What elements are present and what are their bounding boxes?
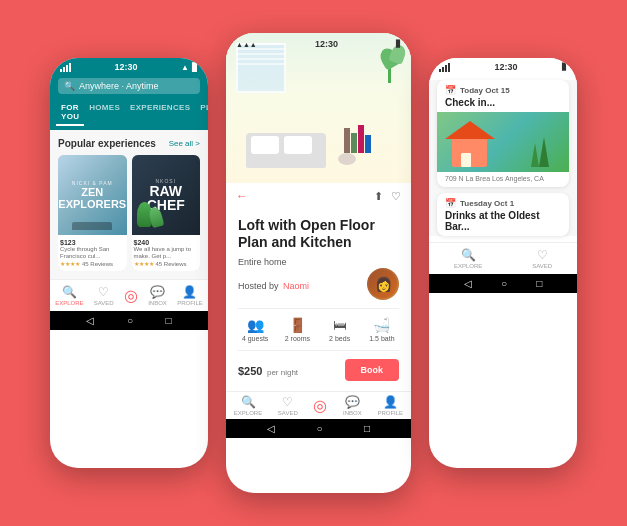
- center-battery: ▊: [396, 40, 401, 48]
- trip-title-2: Drinks at the Oldest Bar...: [437, 210, 569, 236]
- trip-date-1: 📅 Today Oct 15: [437, 80, 569, 97]
- experience-card-rawchef[interactable]: NKOSI RAWCHEF $240 We all have a jump to…: [132, 155, 201, 271]
- nav-inbox[interactable]: 💬 INBOX: [148, 285, 167, 306]
- recent-hardware-btn[interactable]: □: [166, 315, 172, 326]
- airbnb-icon: ◎: [124, 286, 138, 305]
- experience-card-zen[interactable]: NICKI & PAM ZENEXPLORERS $123 Cycle thro…: [58, 155, 127, 271]
- rawchef-stars: ★★★★: [134, 260, 154, 267]
- center-nav-profile[interactable]: 👤 PROFILE: [377, 395, 403, 416]
- bedroom-scene: [226, 33, 411, 183]
- tab-experiences[interactable]: EXPERIENCES: [125, 100, 195, 126]
- see-all-link[interactable]: See all >: [169, 139, 200, 148]
- center-saved-icon: ♡: [282, 395, 293, 409]
- right-battery: ▊: [562, 63, 567, 71]
- trip-date-2: 📅 Tuesday Oct 1: [437, 193, 569, 210]
- center-signal-bars: ▲▲▲: [236, 41, 257, 48]
- trip-item-2[interactable]: 📅 Tuesday Oct 1 Drinks at the Oldest Bar…: [437, 193, 569, 236]
- phone-right: 12:30 ▊ 📅 Today Oct 15 Check in...: [429, 58, 577, 468]
- section-title: Popular experiences: [58, 138, 156, 149]
- right-nav-explore[interactable]: 🔍 EXPLORE: [454, 248, 482, 269]
- amenity-guests: 👥 4 guests: [238, 317, 272, 342]
- house-roof: [445, 121, 495, 139]
- trip-item-1[interactable]: 📅 Today Oct 15 Check in... 709 N La Brea…: [437, 80, 569, 187]
- right-main-content: 📅 Today Oct 15 Check in... 709 N La Brea…: [429, 80, 577, 236]
- center-recent-btn[interactable]: □: [364, 423, 370, 434]
- saved-icon: ♡: [98, 285, 109, 299]
- nav-saved[interactable]: ♡ SAVED: [94, 285, 114, 306]
- right-time: 12:30: [494, 62, 517, 72]
- phone-left: 12:30 ▲ ▊ 🔍 Anywhere · Anytime FOR YOU H…: [50, 58, 208, 468]
- pillow-right: [284, 136, 312, 154]
- explore-label: EXPLORE: [55, 300, 83, 306]
- nav-tabs: FOR YOU HOMES EXPERIENCES PLACES: [50, 100, 208, 130]
- zen-reviews: 45 Reviews: [82, 261, 113, 267]
- nav-profile[interactable]: 👤 PROFILE: [177, 285, 203, 306]
- center-home-btn[interactable]: ○: [316, 423, 322, 434]
- right-signal: [439, 63, 450, 72]
- listing-actions: ⬆ ♡: [374, 190, 401, 203]
- wifi-icon: ▲: [181, 63, 189, 72]
- search-bar[interactable]: 🔍 Anywhere · Anytime: [50, 74, 208, 100]
- tab-for-you[interactable]: FOR YOU: [56, 100, 84, 126]
- host-avatar: 👩: [367, 268, 399, 300]
- book-button[interactable]: Book: [345, 359, 400, 381]
- nav-explore[interactable]: 🔍 EXPLORE: [55, 285, 83, 306]
- bath-label: 1.5 bath: [369, 335, 394, 342]
- tab-homes[interactable]: HOMES: [84, 100, 125, 126]
- favorite-button[interactable]: ♡: [391, 190, 401, 203]
- status-time: 12:30: [115, 62, 138, 72]
- pillow-left: [251, 136, 279, 154]
- inbox-icon: 💬: [150, 285, 165, 299]
- right-status-bar: 12:30 ▊: [429, 58, 577, 74]
- right-explore-icon: 🔍: [461, 248, 476, 262]
- plant-shape: [388, 53, 391, 83]
- battery-icon: ▊: [192, 63, 198, 72]
- listing-details: Loft with Open Floor Plan and Kitchen En…: [226, 207, 411, 391]
- home-hardware-btn[interactable]: ○: [127, 315, 133, 326]
- search-icon: 🔍: [64, 81, 75, 91]
- price-period: per night: [267, 368, 298, 377]
- rawchef-reviews: 45 Reviews: [156, 261, 187, 267]
- saved-label: SAVED: [94, 300, 114, 306]
- right-recent-btn[interactable]: □: [536, 278, 542, 289]
- left-main-content: Popular experiences See all > NICKI & PA…: [50, 130, 208, 279]
- trip-image-1: [437, 112, 569, 172]
- rawchef-price: $240: [134, 239, 199, 246]
- left-home-bar: ◁ ○ □: [50, 311, 208, 330]
- tab-places[interactable]: PLACES: [195, 100, 208, 126]
- center-nav-explore[interactable]: 🔍 EXPLORE: [234, 395, 262, 416]
- amenity-beds: 🛏 2 beds: [323, 317, 357, 342]
- center-nav-saved[interactable]: ♡ SAVED: [278, 395, 298, 416]
- center-top: ▲▲▲ 12:30 ▊ ← ⬆ ♡: [226, 33, 411, 207]
- zen-rating: ★★★★ 45 Reviews: [60, 260, 125, 267]
- right-home-bar: ◁ ○ □: [429, 274, 577, 293]
- back-hardware-btn[interactable]: ◁: [86, 315, 94, 326]
- host-row: Hosted by Naomi 👩: [238, 268, 399, 300]
- center-profile-label: PROFILE: [377, 410, 403, 416]
- search-placeholder: Anywhere · Anytime: [79, 81, 159, 91]
- right-back-btn[interactable]: ◁: [464, 278, 472, 289]
- right-home-btn[interactable]: ○: [501, 278, 507, 289]
- center-nav-inbox[interactable]: 💬 INBOX: [343, 395, 362, 416]
- rooms-icon: 🚪: [289, 317, 306, 333]
- center-home-icon: ◎: [313, 396, 327, 415]
- trip-address-1: 709 N La Brea Los Angeles, CA: [437, 172, 569, 187]
- center-explore-label: EXPLORE: [234, 410, 262, 416]
- center-nav-home[interactable]: ◎: [313, 396, 327, 415]
- share-button[interactable]: ⬆: [374, 190, 383, 203]
- trip-date-text-1: Today Oct 15: [460, 86, 510, 95]
- tree-shape2: [531, 143, 539, 167]
- center-back-btn[interactable]: ◁: [267, 423, 275, 434]
- host-name[interactable]: Naomi: [283, 281, 309, 291]
- nav-airbnb[interactable]: ◎: [124, 286, 138, 305]
- bed-shape: [246, 133, 326, 168]
- experiences-grid: NICKI & PAM ZENEXPLORERS $123 Cycle thro…: [58, 155, 200, 271]
- amenities-row: 👥 4 guests 🚪 2 rooms 🛏 2 beds 🛁 1.5 bath: [238, 308, 399, 351]
- books-stack: [344, 125, 371, 153]
- back-button[interactable]: ←: [236, 189, 248, 203]
- center-explore-icon: 🔍: [241, 395, 256, 409]
- right-bottom-nav: 🔍 EXPLORE ♡ SAVED: [429, 242, 577, 274]
- search-input-wrapper[interactable]: 🔍 Anywhere · Anytime: [58, 78, 200, 94]
- profile-label: PROFILE: [177, 300, 203, 306]
- right-nav-saved[interactable]: ♡ SAVED: [532, 248, 552, 269]
